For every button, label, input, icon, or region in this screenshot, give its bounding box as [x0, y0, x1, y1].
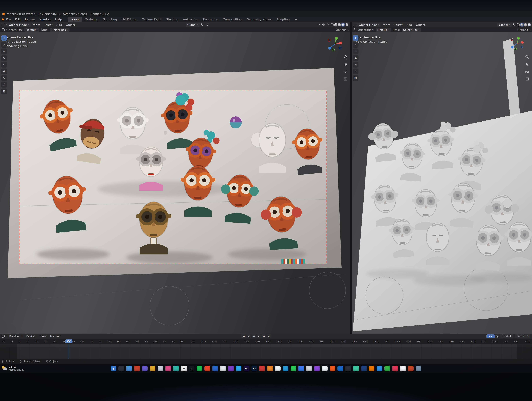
viewport-tool-button[interactable]: ∠	[353, 69, 358, 74]
viewport-tool-button[interactable]: ◉	[353, 55, 358, 61]
taskbar-app-icon[interactable]	[322, 366, 328, 371]
workspace-tab[interactable]: Modeling	[82, 17, 101, 22]
zoom-icon[interactable]	[343, 55, 348, 59]
frame-tick-label[interactable]: 190	[384, 340, 389, 343]
frame-tick-label[interactable]: 135	[266, 340, 271, 343]
taskbar-app-icon[interactable]	[314, 366, 320, 371]
timeline-menu-item[interactable]: View	[38, 334, 48, 338]
object-mode-dropdown[interactable]: Object Mode ▾	[7, 23, 31, 27]
editor-type-chevron-icon[interactable]: ▾	[6, 24, 7, 26]
frame-tick-label[interactable]: 130	[255, 340, 260, 343]
viewport-menu-item[interactable]: Add	[55, 23, 64, 27]
shading-material-icon[interactable]	[524, 23, 527, 26]
taskbar-app-icon[interactable]	[337, 366, 343, 371]
frame-tick-label[interactable]: 90	[172, 340, 175, 343]
playback-sync-icon[interactable]	[496, 335, 499, 337]
frame-tick-label[interactable]: 215	[438, 340, 443, 343]
navigation-gizmo[interactable]	[327, 36, 343, 52]
frame-tick-label[interactable]: 175	[352, 340, 357, 343]
viewport-tool-button[interactable]: ▦	[1, 89, 7, 94]
taskbar-app-icon[interactable]	[361, 366, 367, 371]
app-menu-icon[interactable]	[2, 18, 4, 20]
menu-item[interactable]: Render	[23, 17, 38, 21]
taskbar-app-icon[interactable]	[400, 366, 406, 371]
workspace-tab[interactable]: Rendering	[201, 17, 220, 22]
weather-widget[interactable]: 13°C Mostly cloudy	[2, 365, 24, 371]
frame-tick-label[interactable]: 70	[135, 340, 139, 343]
taskbar-app-icon[interactable]	[158, 366, 163, 371]
frame-tick-label[interactable]: 160	[319, 340, 324, 343]
frame-tick-label[interactable]: 75	[145, 340, 148, 343]
shading-material-icon[interactable]	[338, 23, 341, 26]
taskbar-app-icon[interactable]	[408, 366, 414, 371]
end-frame-field[interactable]: End 250	[514, 334, 530, 338]
snap-magnet-icon[interactable]	[512, 23, 516, 27]
workspace-tab[interactable]: Layout	[68, 17, 82, 22]
transform-orientation-dropdown[interactable]: Global ▾	[497, 23, 512, 27]
viewport-tool-button[interactable]: ▱	[1, 62, 7, 67]
frame-tick-label[interactable]: 195	[395, 340, 400, 343]
workspace-tab[interactable]: Scripting	[274, 17, 292, 22]
viewport-tool-button[interactable]: ▢	[1, 35, 7, 41]
frame-tick-label[interactable]: 55	[108, 340, 111, 343]
frame-tick-label[interactable]: 85	[163, 340, 166, 343]
transform-orientation-dropdown[interactable]: Global ▾	[186, 23, 200, 27]
taskbar-app-icon[interactable]	[173, 366, 179, 371]
frame-tick-label[interactable]: 155	[309, 340, 314, 343]
shading-wireframe-icon[interactable]	[330, 23, 334, 26]
frame-tick-label[interactable]: 5	[19, 340, 20, 343]
left-viewport-scene[interactable]	[0, 32, 350, 334]
frame-tick-label[interactable]: 120	[233, 340, 238, 343]
frame-tick-label[interactable]: 245	[503, 340, 508, 343]
drag-value-dropdown[interactable]: Select Box ▾	[402, 28, 421, 32]
viewport-tool-button[interactable]: ↻	[1, 55, 7, 61]
frame-tick-label[interactable]: 140	[276, 340, 281, 343]
workspace-tab[interactable]: Shading	[164, 17, 180, 22]
options-dropdown[interactable]: Options	[517, 28, 528, 32]
frame-tick-label[interactable]: 210	[427, 340, 432, 343]
taskbar-app-icon[interactable]	[275, 366, 281, 371]
viewport-tool-button[interactable]: ✚	[353, 35, 358, 41]
frame-tick-label[interactable]: 205	[417, 340, 422, 343]
menu-item[interactable]: Window	[38, 17, 53, 21]
frame-tick-label[interactable]: 60	[117, 340, 120, 343]
taskbar-app-icon[interactable]	[228, 366, 234, 371]
head-figure-plain[interactable]	[259, 123, 285, 173]
frame-tick-label[interactable]: 100	[190, 340, 195, 343]
playhead-line[interactable]	[69, 343, 69, 359]
taskbar-app-icon[interactable]	[134, 366, 140, 371]
taskbar-app-icon[interactable]	[118, 366, 124, 371]
frame-tick-label[interactable]: 255	[524, 340, 529, 343]
taskbar-app-icon[interactable]	[345, 366, 351, 371]
timeline-menu-item[interactable]: Marker	[48, 334, 62, 338]
playhead-badge[interactable]: 27	[65, 339, 72, 343]
transport-button[interactable]: ◀	[252, 334, 256, 338]
frame-tick-label[interactable]: 220	[449, 340, 454, 343]
frame-tick-label[interactable]: 125	[244, 340, 249, 343]
transport-button[interactable]: ▶|	[266, 334, 271, 338]
timeline-menu-item[interactable]: Playback	[7, 334, 24, 338]
frame-tick-label[interactable]: 105	[201, 340, 206, 343]
editor-type-icon[interactable]	[353, 23, 357, 27]
taskbar-app-icon[interactable]: Ps	[251, 366, 257, 371]
shading-solid-icon[interactable]	[334, 23, 337, 26]
editor-type-icon[interactable]	[1, 23, 5, 27]
viewport-menu-item[interactable]: View	[381, 23, 392, 27]
frame-tick-label[interactable]: 185	[374, 340, 378, 343]
frame-tick-label[interactable]: 15	[35, 340, 38, 343]
grid-ortho-icon[interactable]	[343, 77, 348, 81]
shading-solid-icon[interactable]	[520, 23, 523, 26]
options-dropdown[interactable]: Options	[336, 28, 346, 32]
taskbar-app-icon[interactable]	[212, 366, 218, 371]
viewport-tool-button[interactable]: ▦	[353, 75, 358, 81]
camera-view-icon[interactable]	[343, 69, 348, 74]
start-frame-field[interactable]: Start 1	[500, 334, 513, 338]
viewport-tool-button[interactable]: ▱	[353, 49, 358, 54]
taskbar-app-icon[interactable]	[291, 366, 296, 371]
taskbar-app-icon[interactable]	[416, 366, 421, 371]
taskbar-app-icon[interactable]	[330, 366, 335, 371]
pause-render-icon[interactable]	[346, 24, 348, 26]
frame-tick-label[interactable]: 145	[287, 340, 292, 343]
grid-ortho-icon[interactable]	[525, 77, 530, 81]
viewport-tool-button[interactable]: ✎	[1, 75, 7, 81]
